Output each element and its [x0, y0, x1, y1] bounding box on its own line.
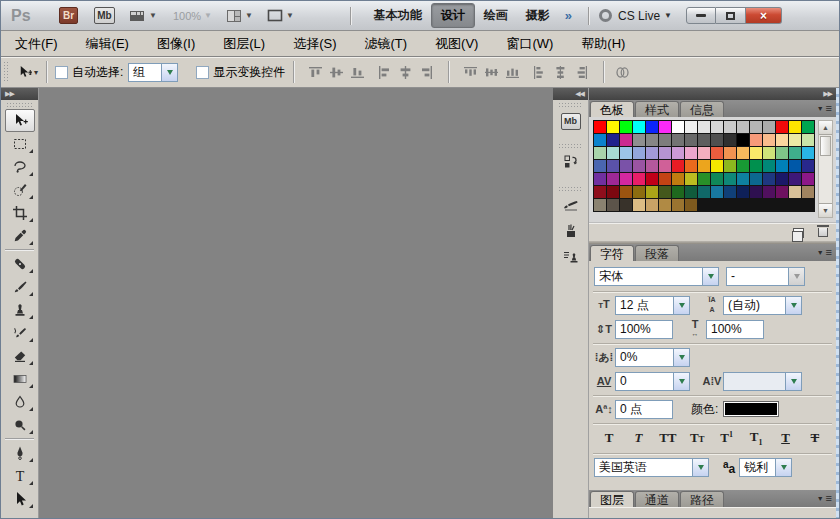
swatch[interactable]: [789, 147, 801, 159]
character-panel-menu-button[interactable]: ▼≡: [817, 247, 832, 257]
font-style-dropdown[interactable]: -: [726, 267, 805, 286]
swatch[interactable]: [672, 173, 684, 185]
swatch[interactable]: [685, 186, 697, 198]
swatch[interactable]: [672, 160, 684, 172]
tool-presets-panel-button[interactable]: [557, 219, 585, 243]
swatch[interactable]: [737, 121, 749, 133]
swatch[interactable]: [698, 186, 710, 198]
dock-grip[interactable]: [558, 102, 583, 107]
menu-edit[interactable]: 编辑(E): [72, 31, 143, 57]
dropdown-arrow-icon[interactable]: [785, 296, 802, 315]
swatch[interactable]: [646, 160, 658, 172]
brush-panel-button[interactable]: [557, 193, 585, 217]
swatch[interactable]: [646, 186, 658, 198]
font-size-dropdown[interactable]: 12 点: [615, 296, 690, 315]
swatch[interactable]: [607, 160, 619, 172]
auto-select-target-dropdown[interactable]: 组: [128, 63, 178, 82]
leading-dropdown[interactable]: (自动): [723, 296, 802, 315]
new-swatch-button[interactable]: [793, 228, 804, 238]
dock-grip[interactable]: [558, 186, 583, 191]
swatches-scrollbar[interactable]: ▲ ▼: [818, 120, 833, 218]
distribute-vertical-centers-button[interactable]: [483, 65, 500, 80]
swatch[interactable]: [594, 121, 606, 133]
swatch[interactable]: [594, 160, 606, 172]
align-bottom-edges-button[interactable]: [349, 65, 366, 80]
dropdown-arrow-icon[interactable]: [702, 267, 719, 286]
swatch[interactable]: [737, 186, 749, 198]
tab-paths[interactable]: 路径: [680, 491, 724, 507]
swatch[interactable]: [672, 121, 684, 133]
swatch[interactable]: [646, 134, 658, 146]
dropdown-arrow-icon[interactable]: [775, 458, 792, 477]
horizontal-scale-field[interactable]: 100%: [706, 320, 764, 339]
clone-source-panel-button[interactable]: [557, 245, 585, 269]
swatch[interactable]: [711, 160, 723, 172]
swatch[interactable]: [724, 160, 736, 172]
swatch[interactable]: [685, 160, 697, 172]
swatch[interactable]: [698, 160, 710, 172]
distribute-bottom-edges-button[interactable]: [504, 65, 521, 80]
swatch[interactable]: [776, 186, 788, 198]
swatch[interactable]: [620, 147, 632, 159]
swatch[interactable]: [607, 147, 619, 159]
swatch[interactable]: [633, 121, 645, 133]
dock-grip[interactable]: [558, 143, 583, 148]
zoom-level-control[interactable]: 100% ▼: [173, 10, 212, 22]
dropdown-arrow-icon[interactable]: [673, 296, 690, 315]
swatch[interactable]: [698, 121, 710, 133]
pen-tool[interactable]: [5, 441, 35, 464]
swatch[interactable]: [763, 173, 775, 185]
language-dropdown[interactable]: 美国英语: [594, 458, 709, 477]
swatch[interactable]: [620, 121, 632, 133]
anti-alias-dropdown[interactable]: 锐利: [739, 458, 792, 477]
swatch[interactable]: [646, 147, 658, 159]
faux-bold-button[interactable]: T: [597, 430, 621, 446]
tab-info[interactable]: 信息: [680, 101, 724, 117]
menu-layer[interactable]: 图层(L): [209, 31, 279, 57]
menu-image[interactable]: 图像(I): [143, 31, 209, 57]
move-tool[interactable]: [5, 109, 35, 132]
swatch[interactable]: [594, 173, 606, 185]
tab-paragraph[interactable]: 段落: [635, 245, 679, 261]
swatch[interactable]: [672, 199, 684, 211]
subscript-button[interactable]: T1: [744, 429, 768, 447]
swatches-panel-menu-button[interactable]: ▼≡: [817, 103, 832, 113]
swatch[interactable]: [776, 134, 788, 146]
swatch[interactable]: [685, 173, 697, 185]
tab-layers[interactable]: 图层: [590, 491, 634, 507]
cs-live-button[interactable]: CS Live ▼: [599, 9, 672, 23]
workspace-overflow-icon[interactable]: »: [559, 8, 578, 23]
swatch[interactable]: [620, 186, 632, 198]
scrollbar-thumb[interactable]: [820, 136, 831, 156]
history-panel-button[interactable]: [557, 150, 585, 174]
brush-tool[interactable]: [5, 275, 35, 298]
swatch[interactable]: [633, 186, 645, 198]
swatch[interactable]: [802, 160, 814, 172]
swatch[interactable]: [737, 173, 749, 185]
swatch[interactable]: [750, 121, 762, 133]
menu-window[interactable]: 窗口(W): [492, 31, 567, 57]
close-button[interactable]: ×: [746, 7, 782, 24]
swatch[interactable]: [685, 134, 697, 146]
document-canvas-area[interactable]: [39, 88, 553, 519]
dropdown-arrow-icon[interactable]: [673, 372, 690, 391]
proportional-spacing-dropdown[interactable]: 0%: [615, 348, 690, 367]
swatch[interactable]: [659, 186, 671, 198]
swatch[interactable]: [620, 134, 632, 146]
swatch[interactable]: [633, 147, 645, 159]
swatch[interactable]: [711, 173, 723, 185]
swatch[interactable]: [594, 147, 606, 159]
swatch[interactable]: [672, 147, 684, 159]
swatch[interactable]: [659, 147, 671, 159]
options-grip[interactable]: [3, 61, 9, 83]
swatch[interactable]: [789, 121, 801, 133]
quick-selection-tool[interactable]: [5, 178, 35, 201]
swatch[interactable]: [633, 134, 645, 146]
swatch[interactable]: [750, 173, 762, 185]
swatch[interactable]: [685, 147, 697, 159]
swatch[interactable]: [633, 199, 645, 211]
swatch[interactable]: [698, 134, 710, 146]
dodge-tool[interactable]: [5, 413, 35, 436]
blur-tool[interactable]: [5, 390, 35, 413]
swatch[interactable]: [607, 199, 619, 211]
